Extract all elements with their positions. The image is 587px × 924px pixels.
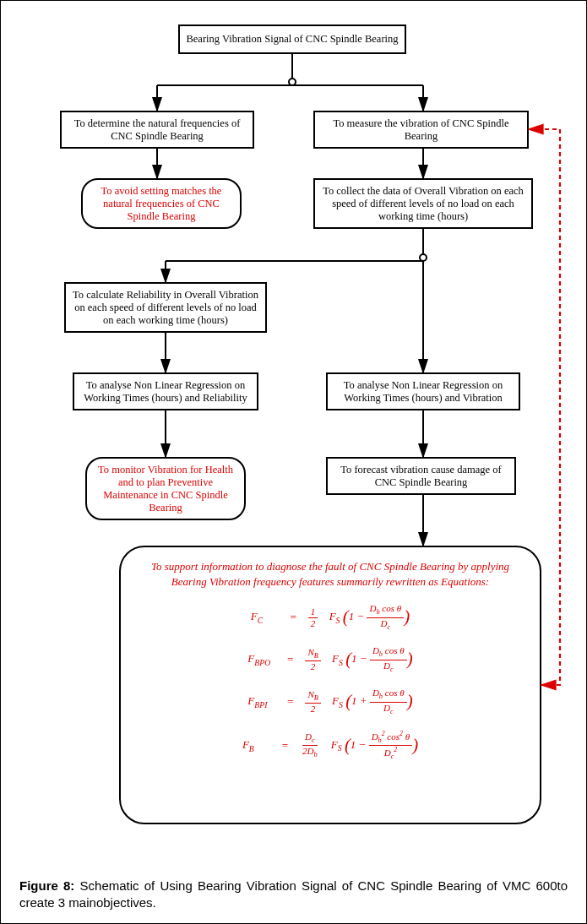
figure-caption: Figure 8: Schematic of Using Bearing Vib… [19, 878, 568, 912]
figure-container: Bearing Vibration Signal of CNC Spindle … [0, 0, 587, 924]
node-text: To calculate Reliability in Overall Vibr… [71, 289, 260, 327]
node-b3: To avoid setting matches the natural fre… [81, 178, 242, 229]
node-root: Bearing Vibration Signal of CNC Spindle … [178, 24, 406, 54]
node-text: To avoid setting matches the natural fre… [88, 185, 235, 223]
node-text: To determine the natural frequencies of … [67, 117, 247, 143]
node-b1: To determine the natural frequencies of … [60, 111, 254, 149]
caption-label: Figure 8: [19, 878, 74, 893]
node-text: To analyse Non Linear Regression on Work… [79, 379, 252, 405]
node-b5: To calculate Reliability in Overall Vibr… [64, 282, 267, 333]
node-b2: To measure the vibration of CNC Spindle … [313, 111, 529, 149]
eq-fb: FB = Dc2Db FS (1 − Db2 cos2 θDc2) [138, 731, 523, 760]
eq-fbpo: FBPO = NB2 FS (1 − Db cos θDc) [138, 646, 523, 673]
node-b8: To forecast vibration cause damage of CN… [326, 457, 516, 495]
node-text: Bearing Vibration Signal of CNC Spindle … [186, 33, 398, 46]
node-equations: To support information to diagnose the f… [119, 546, 541, 824]
svg-point-8 [420, 254, 427, 261]
node-text: To collect the data of Overall Vibration… [320, 185, 526, 223]
node-b6: To analyse Non Linear Regression on Work… [73, 372, 258, 410]
node-b4: To collect the data of Overall Vibration… [313, 178, 533, 229]
node-text: To forecast vibration cause damage of CN… [333, 464, 509, 489]
flowchart-canvas: Bearing Vibration Signal of CNC Spindle … [1, 1, 586, 845]
eq-fbpi: FBPI = NB2 FS (1 + Db cos θDc) [138, 688, 523, 715]
node-text: To measure the vibration of CNC Spindle … [320, 117, 522, 143]
caption-text: Schematic of Using Bearing Vibration Sig… [19, 878, 568, 910]
eq-fc: FC = 12 FS (1 − Db cos θDc) [138, 604, 523, 631]
node-text: To analyse Non Linear Regression on Work… [333, 379, 514, 405]
eq-intro: To support information to diagnose the f… [138, 559, 523, 589]
node-b9: To monitor Vibration for Health and to p… [85, 457, 246, 520]
svg-point-1 [289, 79, 296, 85]
node-text: To monitor Vibration for Health and to p… [92, 464, 239, 514]
node-b7: To analyse Non Linear Regression on Work… [326, 372, 520, 410]
